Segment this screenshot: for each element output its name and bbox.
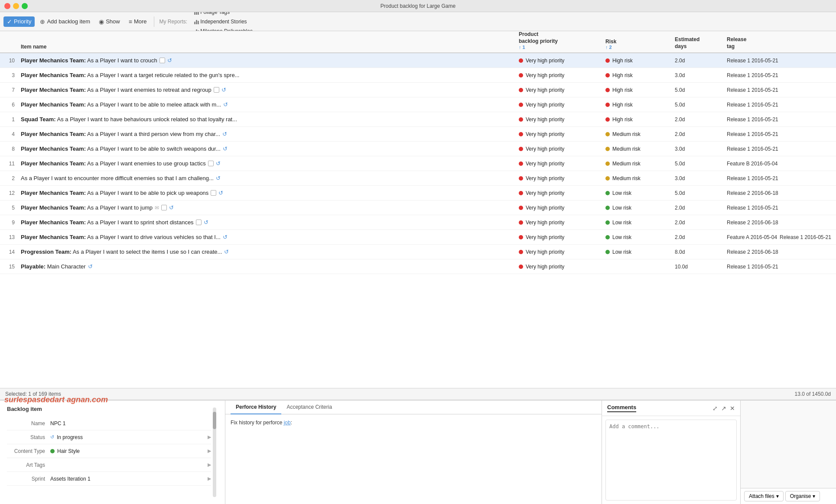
risk-text: Medium risk — [612, 146, 641, 152]
field-value[interactable]: Hair Style▶ — [50, 448, 211, 454]
refresh-icon[interactable]: ↺ — [88, 263, 93, 270]
field-row-art-tags: Art Tags ▶ — [7, 458, 211, 472]
in-progress-icon: ↺ — [50, 434, 54, 440]
email-icon[interactable]: ✉ — [155, 205, 159, 211]
col-name-header[interactable]: Item name — [17, 44, 515, 50]
field-value[interactable]: ↺In progress▶ — [50, 434, 211, 440]
field-value[interactable]: NPC 1 — [50, 420, 211, 426]
report-item-foliage-tags[interactable]: Foliage Tags — [191, 12, 258, 17]
col-risk-header[interactable]: Risk ↑ 2 — [602, 39, 671, 50]
field-arrow-icon[interactable]: ▶ — [208, 476, 211, 481]
close-button[interactable] — [4, 3, 10, 9]
priority-text: Very high priority — [526, 175, 564, 181]
chart-icon — [194, 19, 199, 24]
table-row[interactable]: 1 Squad Team: As a Player I want to have… — [0, 112, 836, 127]
checkbox-icon[interactable] — [159, 58, 165, 63]
table-row[interactable]: 4 Player Mechanics Team: As a Player I w… — [0, 127, 836, 142]
field-value[interactable]: ▶ — [50, 462, 211, 468]
refresh-icon[interactable]: ↺ — [218, 190, 223, 196]
refresh-icon[interactable]: ↺ — [224, 249, 229, 255]
row-name: Player Mechanics Team: As a Player I wan… — [17, 188, 515, 198]
release-tag: Release 1 2016-05-21 — [727, 87, 778, 93]
field-value-text: NPC 1 — [50, 420, 65, 426]
row-days: 2.0d — [671, 234, 723, 240]
report-item-milestone-deliverables[interactable]: Milestone Deliverables — [191, 26, 258, 32]
refresh-icon[interactable]: ↺ — [216, 160, 221, 167]
priority-text: Very high priority — [526, 102, 564, 108]
checkbox-icon[interactable] — [196, 220, 202, 225]
table-row[interactable]: 7 Player Mechanics Team: As a Player I w… — [0, 83, 836, 97]
refresh-icon[interactable]: ↺ — [204, 219, 208, 226]
field-arrow-icon[interactable]: ▶ — [208, 434, 211, 440]
row-days: 5.0d — [671, 87, 723, 93]
attach-files-button[interactable]: Attach files ▾ — [744, 491, 784, 501]
row-priority: Very high priority — [515, 220, 602, 226]
risk-dot — [605, 220, 610, 225]
refresh-icon[interactable]: ↺ — [167, 57, 172, 64]
col-release-header[interactable]: Releasetag — [723, 36, 836, 50]
row-number: 3 — [0, 72, 17, 78]
tab-perforce-history[interactable]: Perforce History — [231, 401, 281, 414]
field-arrow-icon[interactable]: ▶ — [208, 462, 211, 468]
minimize-button[interactable] — [13, 3, 19, 9]
risk-text: Low risk — [612, 234, 631, 240]
row-days: 5.0d — [671, 161, 723, 167]
table-row[interactable]: 11 Player Mechanics Team: As a Player I … — [0, 156, 836, 171]
add-backlog-button[interactable]: ⊕ Add backlog item — [36, 16, 94, 27]
checkbox-icon[interactable] — [161, 205, 167, 210]
refresh-icon[interactable]: ↺ — [216, 175, 221, 181]
tab-acceptance-criteria[interactable]: Acceptance Criteria — [281, 401, 337, 414]
row-release: Release 1 2016-05-21 — [723, 72, 836, 78]
field-value[interactable]: Assets Iteration 1▶ — [50, 476, 211, 482]
scrollbar[interactable] — [213, 407, 216, 497]
table-row[interactable]: 15 Playable: Main Character ↺ Very high … — [0, 259, 836, 274]
row-priority: Very high priority — [515, 102, 602, 108]
table-row[interactable]: 2 As a Player I want to encounter more d… — [0, 171, 836, 186]
checkbox-icon[interactable] — [208, 161, 214, 166]
priority-text: Very high priority — [526, 146, 564, 152]
table-row[interactable]: 9 Player Mechanics Team: As a Player I w… — [0, 215, 836, 230]
refresh-icon[interactable]: ↺ — [169, 204, 174, 211]
table-row[interactable]: 14 Progression Team: As a Player I want … — [0, 245, 836, 259]
backlog-item-panel: Backlog item Name NPC 1 Status ↺In progr… — [0, 401, 225, 504]
window-controls[interactable] — [4, 3, 28, 9]
report-item-independent-stories[interactable]: Independent Stories — [191, 17, 258, 26]
perforce-link[interactable]: job — [284, 420, 291, 426]
refresh-icon[interactable]: ↺ — [223, 234, 228, 240]
col-priority-header[interactable]: Productbacklog priority ↑ 1 — [515, 31, 602, 50]
refresh-icon[interactable]: ↺ — [223, 101, 228, 108]
table-row[interactable]: 6 Player Mechanics Team: As a Player I w… — [0, 97, 836, 112]
table-row[interactable]: 3 Player Mechanics Team: As a Player I w… — [0, 68, 836, 83]
organise-button[interactable]: Organise ▾ — [785, 491, 820, 501]
show-button[interactable]: ◉ Show — [95, 16, 124, 27]
comment-input[interactable] — [605, 420, 737, 501]
row-number: 11 — [0, 161, 17, 167]
row-days: 5.0d — [671, 190, 723, 196]
risk-dot — [605, 206, 610, 210]
close-icon[interactable]: ✕ — [730, 405, 735, 412]
release-tag: Release 1 2016-05-21 — [727, 72, 778, 78]
row-release: Release 1 2016-05-21 — [723, 58, 836, 64]
more-button[interactable]: ≡ More — [125, 16, 150, 27]
row-name: Player Mechanics Team: As a Player I wan… — [17, 144, 515, 154]
expand-icon[interactable]: ⤢ — [712, 405, 718, 412]
row-name: Player Mechanics Team: As a Player I wan… — [17, 85, 515, 95]
refresh-icon[interactable]: ↺ — [222, 131, 227, 137]
checkbox-icon[interactable] — [211, 190, 216, 196]
table-row[interactable]: 5 Player Mechanics Team: As a Player I w… — [0, 200, 836, 215]
refresh-icon[interactable]: ↺ — [223, 145, 228, 152]
table-row[interactable]: 10 Player Mechanics Team: As a Player I … — [0, 53, 836, 68]
external-link-icon[interactable]: ↗ — [721, 405, 726, 412]
release-tag: Release 1 2016-05-21 — [727, 131, 778, 137]
table-row[interactable]: 13 Player Mechanics Team: As a Player I … — [0, 230, 836, 245]
checkbox-icon[interactable] — [214, 87, 219, 93]
table-row[interactable]: 12 Player Mechanics Team: As a Player I … — [0, 186, 836, 200]
release-tag: Feature B 2016-05-04 — [727, 161, 777, 167]
col-days-header[interactable]: Estimateddays — [671, 36, 723, 50]
refresh-icon[interactable]: ↺ — [221, 87, 226, 93]
priority-button[interactable]: ✓ Priority — [3, 16, 35, 27]
field-arrow-icon[interactable]: ▶ — [208, 448, 211, 454]
maximize-button[interactable] — [22, 3, 28, 9]
table-row[interactable]: 8 Player Mechanics Team: As a Player I w… — [0, 142, 836, 156]
risk-dot — [605, 162, 610, 166]
